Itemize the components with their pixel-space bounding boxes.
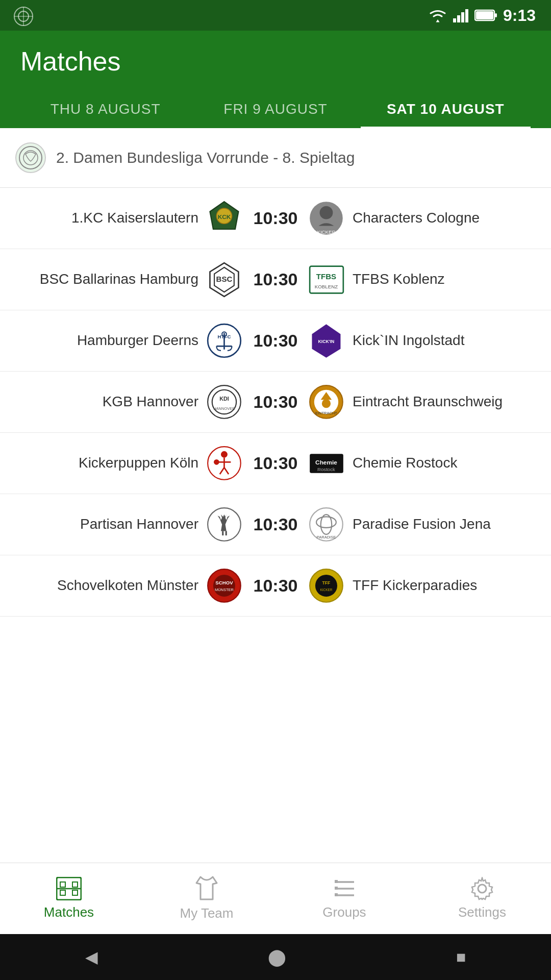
svg-text:EINTRACHT: EINTRACHT: [315, 411, 337, 415]
svg-rect-70: [72, 890, 78, 895]
battery-icon: [474, 9, 497, 22]
away-logo-2: TFBS KOBLENZ: [309, 262, 344, 298]
match-row[interactable]: Partisan Hannover 10:30 PARAD: [0, 494, 551, 555]
match-time-4: 10:30: [242, 392, 309, 412]
away-name-3: Kick`IN Ingolstadt: [353, 331, 464, 350]
team-away-3: KICK'IN Kick`IN Ingolstadt: [309, 323, 541, 359]
date-tabs: THU 8 AUGUST FRI 9 AUGUST SAT 10 AUGUST: [20, 92, 531, 128]
team-home-5: Kickerpuppen Köln: [10, 446, 242, 481]
away-name-5: Chemie Rostock: [353, 454, 457, 472]
home-name-7: Schovelkoten Münster: [57, 576, 198, 595]
home-button[interactable]: ⬤: [268, 947, 286, 967]
home-logo-2: BSC: [207, 262, 242, 298]
match-row[interactable]: Schovelkoten Münster SCHOV MÜNSTER 10:30…: [0, 555, 551, 617]
match-time-1: 10:30: [242, 208, 309, 228]
match-time-5: 10:30: [242, 453, 309, 473]
bottom-nav: Matches My Team Groups Settings: [0, 863, 551, 934]
team-home-1: 1.KC Kaiserslautern KCK: [10, 201, 242, 236]
svg-rect-7: [465, 9, 468, 22]
away-logo-3: KICK'IN: [309, 323, 344, 359]
svg-point-46: [214, 459, 219, 464]
match-time-6: 10:30: [242, 514, 309, 534]
svg-text:KICKER: KICKER: [320, 588, 332, 592]
match-row[interactable]: KGB Hannover KDI HANNOVER 10:30 EINTRACH…: [0, 372, 551, 433]
home-name-2: BSC Ballarinas Hamburg: [40, 270, 198, 288]
svg-point-77: [478, 885, 486, 893]
away-logo-6: PARADISE: [309, 507, 344, 543]
recents-button[interactable]: ■: [456, 948, 466, 967]
tab-fri[interactable]: FRI 9 AUGUST: [190, 92, 360, 128]
home-name-6: Partisan Hannover: [80, 515, 198, 533]
svg-rect-6: [461, 12, 464, 22]
match-time-2: 10:30: [242, 270, 309, 289]
nav-myteam[interactable]: My Team: [138, 871, 276, 926]
back-button[interactable]: ◀: [85, 947, 98, 967]
match-row[interactable]: BSC Ballarinas Hamburg BSC 10:30 TFBS KO…: [0, 249, 551, 310]
svg-text:KCK: KCK: [218, 213, 231, 220]
away-name-4: Eintracht Braunschweig: [353, 393, 503, 411]
team-home-4: KGB Hannover KDI HANNOVER: [10, 384, 242, 420]
match-row[interactable]: Hamburger Deerns HTFC 10:30 KI: [0, 310, 551, 372]
team-away-6: PARADISE Paradise Fusion Jena: [309, 507, 541, 543]
signal-icon: [453, 8, 468, 22]
match-time-3: 10:30: [242, 331, 309, 351]
nav-settings-label: Settings: [458, 904, 506, 920]
android-nav-bar: ◀ ⬤ ■: [0, 934, 551, 980]
svg-text:SCHOV: SCHOV: [215, 580, 233, 585]
svg-point-38: [322, 399, 331, 408]
svg-text:KICK'IN: KICK'IN: [318, 338, 335, 344]
away-name-6: Paradise Fusion Jena: [353, 515, 491, 533]
svg-point-12: [23, 151, 38, 165]
tab-sat[interactable]: SAT 10 AUGUST: [361, 92, 531, 128]
away-name-2: TFBS Koblenz: [353, 270, 445, 288]
nav-groups[interactable]: Groups: [276, 872, 413, 925]
away-logo-4: EINTRACHT: [309, 384, 344, 420]
svg-rect-52: [226, 531, 227, 535]
svg-rect-69: [60, 890, 65, 895]
away-name-1: Characters Cologne: [353, 209, 480, 227]
home-logo-3: HTFC: [207, 323, 242, 359]
svg-text:KICKER: KICKER: [317, 229, 335, 234]
svg-text:Rostock: Rostock: [317, 466, 335, 472]
nav-matches-label: Matches: [44, 904, 94, 920]
svg-rect-75: [335, 887, 338, 890]
svg-text:MÜNSTER: MÜNSTER: [215, 587, 234, 592]
home-logo-1: KCK: [207, 201, 242, 236]
match-row[interactable]: 1.KC Kaiserslautern KCK 10:30 KICKER Cha…: [0, 188, 551, 249]
svg-text:KDI: KDI: [219, 396, 229, 402]
home-logo-7: SCHOV MÜNSTER: [207, 568, 242, 604]
svg-rect-67: [60, 882, 65, 887]
home-name-3: Hamburger Deerns: [77, 331, 198, 350]
home-name-5: Kickerpuppen Köln: [79, 454, 198, 472]
home-name-4: KGB Hannover: [103, 393, 198, 411]
status-time: 9:13: [503, 6, 536, 25]
matches-content: 2. Damen Bundesliga Vorrunde - 8. Spielt…: [0, 128, 551, 863]
svg-rect-4: [453, 18, 456, 22]
nav-matches[interactable]: Matches: [0, 872, 138, 925]
team-home-6: Partisan Hannover: [10, 507, 242, 543]
svg-text:TFF: TFF: [322, 580, 331, 585]
nav-settings[interactable]: Settings: [413, 872, 551, 925]
settings-icon: [470, 877, 494, 900]
league-logo: [15, 142, 46, 173]
team-away-4: EINTRACHT Eintracht Braunschweig: [309, 384, 541, 420]
svg-point-41: [221, 451, 228, 457]
home-logo-5: [207, 446, 242, 481]
svg-rect-9: [495, 13, 497, 17]
league-name: 2. Damen Bundesliga Vorrunde - 8. Spielt…: [56, 149, 355, 166]
home-logo-6: [207, 507, 242, 543]
svg-point-32: [208, 385, 241, 419]
groups-icon: [333, 877, 356, 900]
svg-point-62: [315, 574, 337, 596]
team-away-1: KICKER Characters Cologne: [309, 201, 541, 236]
match-row[interactable]: Kickerpuppen Köln 10:30 Chemi: [0, 433, 551, 494]
away-logo-7: TFF KICKER: [309, 568, 344, 604]
tab-thu[interactable]: THU 8 AUGUST: [20, 92, 190, 128]
svg-text:HANNOVER: HANNOVER: [213, 406, 235, 410]
home-name-1: 1.KC Kaiserslautern: [71, 209, 198, 227]
team-away-2: TFBS KOBLENZ TFBS Koblenz: [309, 262, 541, 298]
page-title: Matches: [20, 46, 531, 77]
app-icon: [13, 6, 34, 29]
svg-rect-5: [457, 15, 460, 22]
app-header: Matches THU 8 AUGUST FRI 9 AUGUST SAT 10…: [0, 31, 551, 128]
